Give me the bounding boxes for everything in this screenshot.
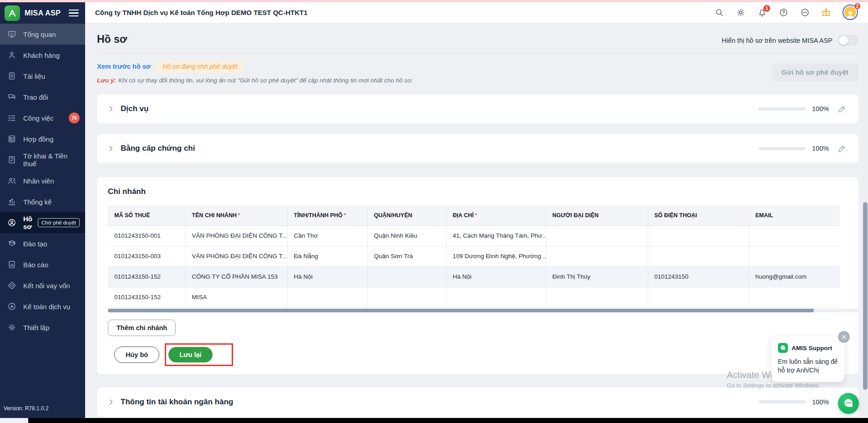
section-bank-accounts[interactable]: Thông tin tài khoản ngân hàng 100% [97, 387, 858, 417]
sidebar-item-to-khai[interactable]: Tờ khai & Tiền thuế [0, 149, 85, 170]
page-title: Hồ sơ [97, 33, 127, 46]
company-title: Công ty TNHH Dịch vụ Kế toán Tổng Hợp DE… [95, 9, 714, 16]
dashboard-icon [6, 29, 17, 40]
col-email: EMAIL [749, 205, 840, 225]
chevron-right-icon[interactable] [108, 106, 114, 112]
sidebar-item-label: Kế toán dịch vụ [23, 303, 70, 311]
sidebar-item-khach-hang[interactable]: Khách hàng [0, 45, 85, 66]
sidebar: MISA ASP Tổng quan Khách hàng Tài liệu T… [0, 2, 85, 418]
hamburger-menu-icon[interactable] [69, 10, 79, 17]
table-header-row: MÃ SỐ THUẾ TÊN CHI NHÁNH* TỈNH/THÀNH PHỐ… [108, 205, 840, 225]
submit-approval-button[interactable]: Gửi hồ sơ phê duyệt [772, 63, 858, 81]
sidebar-item-ke-toan-dich-vu[interactable]: Kế toán dịch vụ [0, 296, 85, 317]
search-icon[interactable] [714, 8, 724, 18]
table-row[interactable]: 0101243150-152 MISA [108, 287, 840, 307]
sidebar-item-tong-quan[interactable]: Tổng quan [0, 24, 85, 45]
pending-approval-pill: Hồ sơ đang chờ phê duyệt [156, 61, 244, 72]
avatar-count-badge: 2 [854, 3, 861, 10]
chevron-right-icon[interactable] [108, 399, 114, 405]
tasks-count-badge: 70 [69, 112, 80, 123]
chevron-right-icon[interactable] [108, 145, 114, 152]
col-province: TỈNH/THÀNH PHỐ* [287, 205, 367, 225]
sidebar-item-nhan-vien[interactable]: Nhân viên [0, 170, 85, 191]
document-icon [6, 71, 17, 82]
chat-support-message: Em luôn sẵn sàng để hỗ trợ Anh/Chị [778, 357, 838, 375]
sidebar-item-label: Thiết lập [23, 324, 50, 331]
customer-icon [6, 50, 17, 61]
sidebar-item-label: Hợp đồng [23, 135, 54, 143]
branches-title: Chi nhánh [108, 187, 848, 196]
branches-table: MÃ SỐ THUẾ TÊN CHI NHÁNH* TỈNH/THÀNH PHỐ… [108, 205, 840, 308]
cancel-button[interactable]: Hủy bỏ [114, 347, 159, 363]
col-branch-name: TÊN CHI NHÁNH* [185, 205, 287, 225]
whats-new-lamp-icon[interactable] [821, 8, 831, 18]
brand-name: MISA ASP [25, 9, 69, 17]
progress-percent: 100% [812, 398, 831, 406]
misa-logo-icon [5, 5, 20, 21]
edit-pencil-icon[interactable] [838, 144, 847, 153]
sidebar-item-label: Thống kê [23, 198, 52, 206]
user-avatar[interactable]: 2 [843, 5, 859, 21]
help-icon[interactable] [778, 8, 788, 18]
horizontal-scrollbar[interactable] [108, 309, 859, 312]
notifications-bell-icon[interactable]: 1 [757, 8, 767, 18]
website-toggle-label: Hiển thị hồ sơ trên website MISA ASP [722, 37, 832, 44]
section-title: Dịch vụ [121, 104, 758, 113]
table-row[interactable]: 0101243150-003 VĂN PHÒNG ĐẠI DIỆN CÔNG T… [108, 246, 840, 266]
sidebar-item-label: Tờ khai & Tiền thuế [23, 152, 80, 168]
taskbar-edge [28, 418, 868, 423]
section-certificates[interactable]: Bằng cấp chứng chỉ 100% [97, 134, 858, 163]
vertical-scrollbar[interactable] [863, 23, 868, 423]
sidebar-item-label: Kết nối vay vốn [23, 282, 70, 290]
app-version: Version: R78.1.0.2 [4, 405, 49, 412]
chat-icon [6, 92, 17, 102]
sidebar-item-hop-dong[interactable]: Hợp đồng [0, 128, 85, 149]
save-button[interactable]: Lưu lại [168, 347, 212, 362]
edit-pencil-icon[interactable] [838, 104, 847, 113]
red-annotation-box: Lưu lại [165, 343, 233, 366]
vertical-scrollbar-thumb[interactable] [863, 202, 868, 390]
sidebar-item-label: Công việc [23, 114, 54, 122]
training-icon [6, 238, 17, 249]
section-services[interactable]: Dịch vụ 100% [97, 94, 858, 123]
statistics-icon [6, 196, 17, 207]
chat-support-popup: AMIS Support Em luôn sẵn sàng để hỗ trợ … [772, 336, 844, 382]
col-representative: NGƯỜI ĐẠI DIỆN [546, 205, 648, 225]
table-row[interactable]: 0101243150-001 VĂN PHÒNG ĐẠI DIỆN CÔNG T… [108, 225, 840, 246]
preview-profile-link[interactable]: Xem trước hồ sơ [97, 63, 151, 70]
employees-icon [6, 175, 17, 186]
branches-card: Chi nhánh MÃ SỐ THUẾ TÊN CHI NHÁNH* TỈNH… [97, 177, 858, 374]
sidebar-item-cong-viec[interactable]: Công việc 70 [0, 107, 85, 128]
profile-status-badge: Chờ phê duyệt [38, 218, 80, 227]
gear-icon[interactable] [736, 8, 746, 18]
col-address: ĐỊA CHỈ* [446, 205, 546, 225]
sidebar-item-thiet-lap[interactable]: Thiết lập [0, 317, 85, 338]
sidebar-item-ket-noi-vay-von[interactable]: Kết nối vay vốn [0, 275, 85, 296]
sidebar-item-dao-tao[interactable]: Đào tạo [0, 233, 85, 254]
report-icon [6, 259, 17, 270]
sidebar-item-trao-doi[interactable]: Trao đổi [0, 87, 85, 107]
table-row-highlighted[interactable]: 0101243150-152 CÔNG TY CỔ PHẦN MISA 153 … [108, 266, 840, 287]
progress-bar [758, 400, 806, 403]
divider [97, 53, 858, 53]
accounting-service-icon [6, 301, 17, 312]
loan-connect-icon [6, 280, 17, 291]
notification-count-badge: 1 [763, 5, 770, 12]
section-title: Bằng cấp chứng chỉ [121, 144, 758, 153]
website-visibility-toggle[interactable] [838, 35, 858, 46]
add-branch-button[interactable]: Thêm chi nhánh [108, 320, 176, 336]
chat-bubble-button[interactable] [838, 393, 859, 414]
sidebar-item-ho-so[interactable]: Hồ sơ Chờ phê duyệt [0, 212, 85, 233]
sidebar-item-thong-ke[interactable]: Thống kê [0, 191, 85, 212]
sidebar-item-label: Báo cáo [23, 261, 48, 269]
tasks-icon [6, 112, 17, 123]
horizontal-scrollbar-thumb[interactable] [108, 309, 814, 312]
sidebar-item-bao-cao[interactable]: Báo cáo [0, 254, 85, 275]
sidebar-item-tai-lieu[interactable]: Tài liệu [0, 66, 85, 87]
settings-icon [6, 322, 17, 333]
contract-icon [6, 133, 17, 144]
more-options-icon[interactable] [800, 8, 810, 18]
note-label: Lưu ý: [97, 77, 116, 84]
sidebar-item-label: Hồ sơ [23, 215, 34, 230]
sidebar-item-label: Trao đổi [23, 93, 48, 101]
